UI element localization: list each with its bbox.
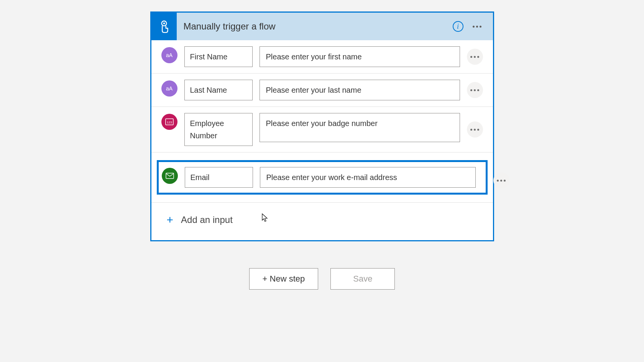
footer-buttons: + New step Save [249,268,395,290]
number-badge-icon: 123 [165,118,174,125]
row-more-button[interactable] [493,172,509,188]
row-more-button[interactable] [467,82,483,98]
more-icon[interactable] [473,26,481,28]
input-description-field[interactable]: Please enter your badge number [260,113,460,142]
text-type-icon: aA [161,80,177,97]
email-type-icon [162,168,178,184]
ellipsis-icon [470,89,479,91]
ellipsis-icon [470,56,479,58]
svg-point-1 [163,23,165,25]
row-more-button[interactable] [467,49,483,65]
input-description-field[interactable]: Please enter your work e-mail address [260,167,476,188]
save-button[interactable]: Save [330,268,395,290]
input-row-first-name: aA First Name Please enter your first na… [151,40,493,74]
input-row-employee-number: 123 Employee Number Please enter your ba… [151,107,493,152]
trigger-title: Manually trigger a flow [177,21,453,32]
input-description-field[interactable]: Please enter your first name [260,46,460,67]
input-name-field[interactable]: Email [185,167,253,188]
input-name-field[interactable]: First Name [184,46,253,67]
ellipsis-icon [497,180,506,182]
trigger-body: aA First Name Please enter your first na… [151,40,493,240]
row-more-button[interactable] [467,121,483,138]
manual-trigger-icon [157,19,171,34]
ellipsis-icon [470,129,479,131]
email-icon [166,173,174,179]
input-name-field[interactable]: Employee Number [184,113,253,146]
svg-rect-4 [166,173,174,179]
input-row-last-name: aA Last Name Please enter your last name [151,74,493,107]
input-name-field[interactable]: Last Name [184,80,253,100]
number-type-icon: 123 [161,114,177,130]
trigger-header[interactable]: Manually trigger a flow i [151,13,493,40]
trigger-card: Manually trigger a flow i aA First Name … [150,11,494,241]
add-input-button[interactable]: + Add an input [151,202,493,240]
info-icon[interactable]: i [453,21,463,32]
trigger-icon [151,13,177,40]
header-actions: i [453,21,493,32]
add-input-label: Add an input [181,215,233,225]
new-step-button[interactable]: + New step [249,268,319,290]
input-row-email: Email Please enter your work e-mail addr… [157,160,488,195]
plus-icon: + [167,214,174,226]
input-description-field[interactable]: Please enter your last name [260,80,460,100]
text-type-icon: aA [161,47,177,63]
svg-text:123: 123 [167,121,172,124]
